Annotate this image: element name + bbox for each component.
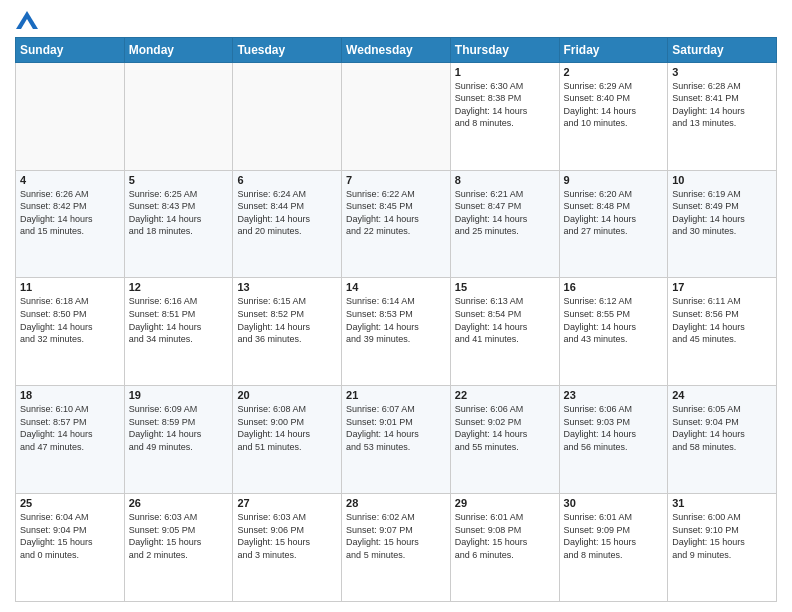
calendar-cell: 13Sunrise: 6:15 AM Sunset: 8:52 PM Dayli… <box>233 278 342 386</box>
day-info: Sunrise: 6:28 AM Sunset: 8:41 PM Dayligh… <box>672 80 772 130</box>
calendar-cell: 28Sunrise: 6:02 AM Sunset: 9:07 PM Dayli… <box>342 494 451 602</box>
day-info: Sunrise: 6:06 AM Sunset: 9:02 PM Dayligh… <box>455 403 555 453</box>
day-info: Sunrise: 6:03 AM Sunset: 9:06 PM Dayligh… <box>237 511 337 561</box>
day-number: 20 <box>237 389 337 401</box>
calendar-cell: 5Sunrise: 6:25 AM Sunset: 8:43 PM Daylig… <box>124 170 233 278</box>
weekday-header-monday: Monday <box>124 37 233 62</box>
calendar-table: SundayMondayTuesdayWednesdayThursdayFrid… <box>15 37 777 602</box>
day-number: 13 <box>237 281 337 293</box>
weekday-header-row: SundayMondayTuesdayWednesdayThursdayFrid… <box>16 37 777 62</box>
calendar-cell: 8Sunrise: 6:21 AM Sunset: 8:47 PM Daylig… <box>450 170 559 278</box>
day-number: 4 <box>20 174 120 186</box>
day-info: Sunrise: 6:12 AM Sunset: 8:55 PM Dayligh… <box>564 295 664 345</box>
calendar-cell: 19Sunrise: 6:09 AM Sunset: 8:59 PM Dayli… <box>124 386 233 494</box>
calendar-cell: 16Sunrise: 6:12 AM Sunset: 8:55 PM Dayli… <box>559 278 668 386</box>
logo-icon <box>16 11 38 29</box>
calendar-cell: 26Sunrise: 6:03 AM Sunset: 9:05 PM Dayli… <box>124 494 233 602</box>
day-info: Sunrise: 6:18 AM Sunset: 8:50 PM Dayligh… <box>20 295 120 345</box>
weekday-header-sunday: Sunday <box>16 37 125 62</box>
day-number: 17 <box>672 281 772 293</box>
day-info: Sunrise: 6:16 AM Sunset: 8:51 PM Dayligh… <box>129 295 229 345</box>
weekday-header-wednesday: Wednesday <box>342 37 451 62</box>
calendar-cell: 4Sunrise: 6:26 AM Sunset: 8:42 PM Daylig… <box>16 170 125 278</box>
calendar-week-2: 4Sunrise: 6:26 AM Sunset: 8:42 PM Daylig… <box>16 170 777 278</box>
day-number: 12 <box>129 281 229 293</box>
day-info: Sunrise: 6:03 AM Sunset: 9:05 PM Dayligh… <box>129 511 229 561</box>
day-number: 3 <box>672 66 772 78</box>
day-info: Sunrise: 6:30 AM Sunset: 8:38 PM Dayligh… <box>455 80 555 130</box>
day-info: Sunrise: 6:04 AM Sunset: 9:04 PM Dayligh… <box>20 511 120 561</box>
day-number: 23 <box>564 389 664 401</box>
day-info: Sunrise: 6:15 AM Sunset: 8:52 PM Dayligh… <box>237 295 337 345</box>
day-info: Sunrise: 6:09 AM Sunset: 8:59 PM Dayligh… <box>129 403 229 453</box>
calendar-cell: 9Sunrise: 6:20 AM Sunset: 8:48 PM Daylig… <box>559 170 668 278</box>
day-number: 14 <box>346 281 446 293</box>
calendar-cell: 31Sunrise: 6:00 AM Sunset: 9:10 PM Dayli… <box>668 494 777 602</box>
calendar-cell: 23Sunrise: 6:06 AM Sunset: 9:03 PM Dayli… <box>559 386 668 494</box>
day-number: 11 <box>20 281 120 293</box>
day-info: Sunrise: 6:21 AM Sunset: 8:47 PM Dayligh… <box>455 188 555 238</box>
calendar-cell: 29Sunrise: 6:01 AM Sunset: 9:08 PM Dayli… <box>450 494 559 602</box>
page: SundayMondayTuesdayWednesdayThursdayFrid… <box>0 0 792 612</box>
day-info: Sunrise: 6:22 AM Sunset: 8:45 PM Dayligh… <box>346 188 446 238</box>
day-info: Sunrise: 6:19 AM Sunset: 8:49 PM Dayligh… <box>672 188 772 238</box>
day-number: 18 <box>20 389 120 401</box>
day-info: Sunrise: 6:07 AM Sunset: 9:01 PM Dayligh… <box>346 403 446 453</box>
day-number: 29 <box>455 497 555 509</box>
day-number: 1 <box>455 66 555 78</box>
calendar-cell: 6Sunrise: 6:24 AM Sunset: 8:44 PM Daylig… <box>233 170 342 278</box>
day-info: Sunrise: 6:05 AM Sunset: 9:04 PM Dayligh… <box>672 403 772 453</box>
day-info: Sunrise: 6:25 AM Sunset: 8:43 PM Dayligh… <box>129 188 229 238</box>
calendar-cell: 3Sunrise: 6:28 AM Sunset: 8:41 PM Daylig… <box>668 62 777 170</box>
day-number: 27 <box>237 497 337 509</box>
calendar-cell: 11Sunrise: 6:18 AM Sunset: 8:50 PM Dayli… <box>16 278 125 386</box>
calendar-cell: 30Sunrise: 6:01 AM Sunset: 9:09 PM Dayli… <box>559 494 668 602</box>
header <box>15 10 777 29</box>
day-info: Sunrise: 6:10 AM Sunset: 8:57 PM Dayligh… <box>20 403 120 453</box>
day-number: 31 <box>672 497 772 509</box>
day-number: 28 <box>346 497 446 509</box>
calendar-week-1: 1Sunrise: 6:30 AM Sunset: 8:38 PM Daylig… <box>16 62 777 170</box>
calendar-cell: 7Sunrise: 6:22 AM Sunset: 8:45 PM Daylig… <box>342 170 451 278</box>
calendar-week-5: 25Sunrise: 6:04 AM Sunset: 9:04 PM Dayli… <box>16 494 777 602</box>
day-info: Sunrise: 6:11 AM Sunset: 8:56 PM Dayligh… <box>672 295 772 345</box>
day-number: 10 <box>672 174 772 186</box>
weekday-header-friday: Friday <box>559 37 668 62</box>
calendar-cell: 14Sunrise: 6:14 AM Sunset: 8:53 PM Dayli… <box>342 278 451 386</box>
calendar-cell <box>16 62 125 170</box>
calendar-cell: 10Sunrise: 6:19 AM Sunset: 8:49 PM Dayli… <box>668 170 777 278</box>
weekday-header-tuesday: Tuesday <box>233 37 342 62</box>
day-info: Sunrise: 6:24 AM Sunset: 8:44 PM Dayligh… <box>237 188 337 238</box>
calendar-cell: 15Sunrise: 6:13 AM Sunset: 8:54 PM Dayli… <box>450 278 559 386</box>
calendar-cell: 27Sunrise: 6:03 AM Sunset: 9:06 PM Dayli… <box>233 494 342 602</box>
day-number: 24 <box>672 389 772 401</box>
day-number: 25 <box>20 497 120 509</box>
calendar-cell: 1Sunrise: 6:30 AM Sunset: 8:38 PM Daylig… <box>450 62 559 170</box>
calendar-cell: 22Sunrise: 6:06 AM Sunset: 9:02 PM Dayli… <box>450 386 559 494</box>
calendar-cell: 12Sunrise: 6:16 AM Sunset: 8:51 PM Dayli… <box>124 278 233 386</box>
day-number: 30 <box>564 497 664 509</box>
logo-text <box>15 10 38 29</box>
day-info: Sunrise: 6:08 AM Sunset: 9:00 PM Dayligh… <box>237 403 337 453</box>
day-number: 26 <box>129 497 229 509</box>
day-info: Sunrise: 6:06 AM Sunset: 9:03 PM Dayligh… <box>564 403 664 453</box>
day-number: 5 <box>129 174 229 186</box>
day-number: 16 <box>564 281 664 293</box>
calendar-week-4: 18Sunrise: 6:10 AM Sunset: 8:57 PM Dayli… <box>16 386 777 494</box>
day-number: 2 <box>564 66 664 78</box>
calendar-cell: 25Sunrise: 6:04 AM Sunset: 9:04 PM Dayli… <box>16 494 125 602</box>
calendar-cell <box>124 62 233 170</box>
day-number: 15 <box>455 281 555 293</box>
day-info: Sunrise: 6:26 AM Sunset: 8:42 PM Dayligh… <box>20 188 120 238</box>
day-number: 19 <box>129 389 229 401</box>
weekday-header-thursday: Thursday <box>450 37 559 62</box>
calendar-cell: 17Sunrise: 6:11 AM Sunset: 8:56 PM Dayli… <box>668 278 777 386</box>
calendar-week-3: 11Sunrise: 6:18 AM Sunset: 8:50 PM Dayli… <box>16 278 777 386</box>
day-number: 9 <box>564 174 664 186</box>
weekday-header-saturday: Saturday <box>668 37 777 62</box>
calendar-cell: 20Sunrise: 6:08 AM Sunset: 9:00 PM Dayli… <box>233 386 342 494</box>
calendar-cell: 2Sunrise: 6:29 AM Sunset: 8:40 PM Daylig… <box>559 62 668 170</box>
day-number: 22 <box>455 389 555 401</box>
logo <box>15 10 38 29</box>
day-info: Sunrise: 6:14 AM Sunset: 8:53 PM Dayligh… <box>346 295 446 345</box>
